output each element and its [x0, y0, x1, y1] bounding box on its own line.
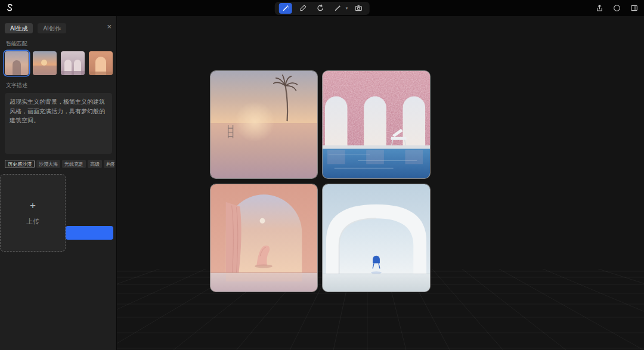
sidebar-toggle-button[interactable] [628, 3, 639, 14]
pen-tool-button[interactable] [296, 3, 309, 14]
upload-label: 上传 [26, 217, 39, 226]
center-toolbar: ▾ [275, 2, 370, 15]
account-button[interactable] [611, 3, 622, 14]
smart-match-label: 智能匹配 [6, 40, 116, 48]
camera-icon [355, 4, 363, 12]
magic-brush-tool-button[interactable] [331, 3, 344, 14]
tag-chip[interactable]: 历史感沙漠 [5, 160, 35, 168]
style-thumbnail-3[interactable] [61, 51, 85, 75]
topbar-right-group [594, 0, 639, 16]
perspective-grid [117, 16, 644, 350]
magic-brush-icon [333, 4, 341, 12]
style-thumbnail-1[interactable] [5, 51, 29, 75]
topbar: ▾ [0, 0, 644, 16]
tag-chip[interactable]: 光线充足 [62, 160, 86, 168]
tab-ai-generate[interactable]: AI生成 [5, 23, 33, 33]
close-panel-button[interactable]: × [107, 23, 112, 30]
chevron-down-icon[interactable]: ▾ [346, 6, 348, 11]
text-prompt-label: 文字描述 [6, 82, 116, 89]
plus-icon: + [30, 200, 36, 210]
account-circle-icon [613, 4, 621, 12]
canvas[interactable] [117, 16, 644, 350]
tab-ai-create[interactable]: AI创作 [38, 23, 66, 33]
ai-generation-panel: AI生成 AI创作 × 智能匹配 [0, 16, 117, 350]
style-thumbnail-4[interactable] [89, 51, 113, 75]
share-icon [596, 4, 603, 12]
app-logo-icon[interactable] [5, 3, 15, 13]
text-prompt-input[interactable]: 超现实主义的背景，极简主义的建筑风格，画面充满活力，具有梦幻般的建筑空间。 [5, 93, 112, 154]
camera-tool-button[interactable] [352, 3, 365, 14]
smart-match-thumbnails [5, 51, 116, 75]
generated-image-2[interactable] [322, 70, 431, 179]
tag-chip[interactable]: 构图... [104, 160, 114, 168]
image-upload-dropzone[interactable]: + 上传 [0, 174, 66, 252]
style-thumbnail-2[interactable] [33, 51, 57, 75]
pen-icon [299, 4, 306, 12]
share-button[interactable] [594, 3, 605, 14]
prompt-tags: 历史感沙漠 沙漠大海 光线充足 高级 构图... [5, 160, 114, 168]
generated-image-3[interactable] [210, 184, 318, 292]
refresh-icon [316, 4, 324, 12]
magic-wand-icon [281, 4, 289, 12]
refresh-tool-button[interactable] [314, 3, 327, 14]
generated-image-1[interactable] [210, 70, 318, 179]
tag-chip[interactable]: 沙漠大海 [36, 160, 60, 168]
ai-generate-tool-button[interactable] [279, 3, 292, 14]
sidebar-toggle-icon [630, 4, 638, 12]
generated-image-4[interactable] [322, 184, 431, 292]
tag-chip[interactable]: 高级 [88, 160, 102, 168]
panel-tabs: AI生成 AI创作 × [0, 16, 116, 33]
generate-button[interactable] [66, 226, 113, 240]
